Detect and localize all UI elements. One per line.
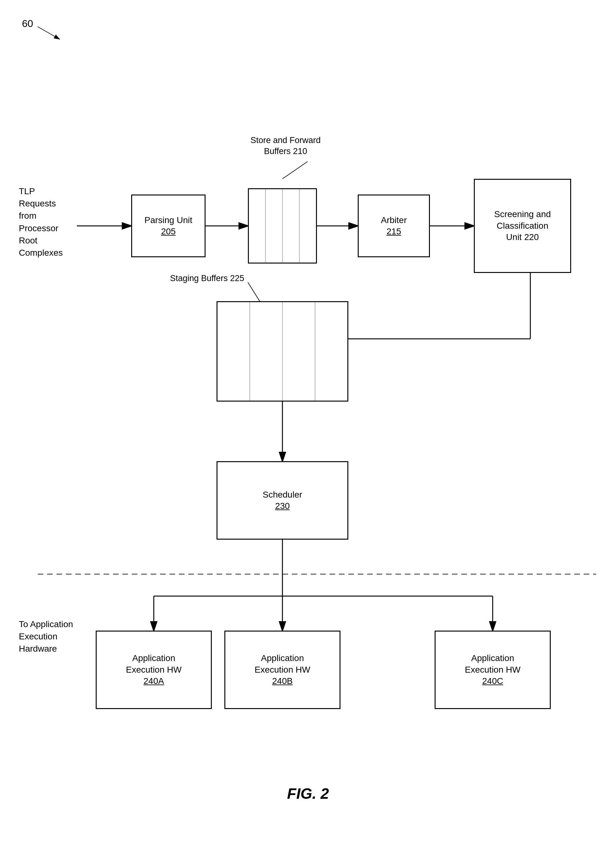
figure-label: FIG. 2 (0, 785, 616, 802)
screening-label: Screening andClassificationUnit 220 (491, 205, 554, 246)
arbiter-box: Arbiter 215 (358, 195, 430, 257)
app-hw-c-box: ApplicationExecution HW 240C (435, 630, 551, 709)
app-hw-a-box: ApplicationExecution HW 240A (96, 630, 212, 709)
store-forward-buffer (248, 188, 317, 264)
diagram-container: 60 TLPRequestsfromProcessorRootComplexes… (0, 0, 616, 843)
svg-line-15 (38, 27, 60, 39)
parsing-unit-label: Parsing Unit (144, 215, 192, 226)
arbiter-label: Arbiter (381, 215, 407, 226)
arbiter-ref: 215 (387, 226, 401, 237)
scheduler-box: Scheduler 230 (217, 461, 348, 540)
app-hw-b-ref: 240B (272, 676, 292, 687)
app-hw-b-box: ApplicationExecution HW 240B (224, 630, 340, 709)
parsing-unit-box: Parsing Unit 205 (131, 195, 205, 257)
scheduler-ref: 230 (275, 500, 290, 512)
ref-arrow-60 (22, 17, 72, 43)
diagram-arrows (0, 0, 616, 843)
app-exec-label: To ApplicationExecutionHardware (19, 618, 100, 655)
screening-box: Screening andClassificationUnit 220 (474, 179, 571, 273)
scheduler-label: Scheduler (263, 489, 302, 500)
tlp-requests-label: TLPRequestsfromProcessorRootComplexes (19, 185, 88, 259)
parsing-unit-ref: 205 (161, 226, 176, 237)
app-hw-c-label: ApplicationExecution HW (465, 652, 520, 676)
app-hw-a-label: ApplicationExecution HW (126, 652, 181, 676)
app-hw-b-label: ApplicationExecution HW (255, 652, 310, 676)
staging-buffer (217, 301, 348, 402)
app-hw-a-ref: 240A (144, 676, 164, 687)
app-hw-c-ref: 240C (482, 676, 503, 687)
svg-line-17 (282, 161, 308, 179)
